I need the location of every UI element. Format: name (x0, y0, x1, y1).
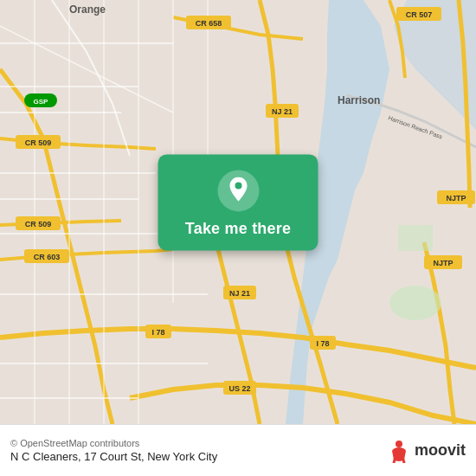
moovit-brand-text: moovit (415, 441, 466, 460)
action-card: Take me there (158, 154, 318, 250)
take-me-there-button[interactable]: Take me there (185, 220, 291, 238)
svg-text:Harrison: Harrison (338, 94, 380, 106)
svg-point-16 (389, 286, 441, 320)
svg-text:Orange: Orange (69, 3, 106, 16)
svg-text:I 78: I 78 (316, 339, 329, 348)
svg-rect-17 (398, 225, 433, 251)
svg-text:NJ 21: NJ 21 (229, 289, 250, 298)
svg-text:NJ 21: NJ 21 (272, 107, 293, 116)
map-container: CR 658 CR 509 CR 509 CR 603 CR 507 NJ 21… (0, 0, 476, 424)
take-me-there-overlay: Take me there (158, 154, 318, 250)
svg-text:CR 603: CR 603 (34, 253, 61, 261)
location-icon-circle (217, 170, 259, 211)
copyright-text: © OpenStreetMap contributors (10, 438, 387, 448)
svg-text:US 22: US 22 (228, 384, 250, 393)
svg-point-50 (396, 441, 402, 447)
svg-line-51 (394, 456, 396, 463)
svg-text:CR 509: CR 509 (25, 220, 52, 228)
bottom-bar: © OpenStreetMap contributors N C Cleaner… (0, 424, 476, 476)
svg-text:CR 658: CR 658 (196, 19, 222, 28)
svg-text:NJTP: NJTP (446, 194, 466, 203)
svg-text:GSP: GSP (34, 98, 49, 106)
moovit-icon (387, 439, 411, 463)
svg-text:I 78: I 78 (151, 328, 164, 337)
svg-text:CR 509: CR 509 (25, 138, 52, 147)
location-info: N C Cleaners, 17 Court St, New York City (10, 450, 387, 463)
svg-text:NJTP: NJTP (433, 259, 453, 267)
moovit-logo: moovit (387, 439, 466, 463)
svg-point-49 (235, 182, 241, 189)
location-pin-icon (226, 177, 250, 204)
svg-text:CR 507: CR 507 (406, 10, 433, 19)
svg-line-52 (402, 456, 404, 463)
